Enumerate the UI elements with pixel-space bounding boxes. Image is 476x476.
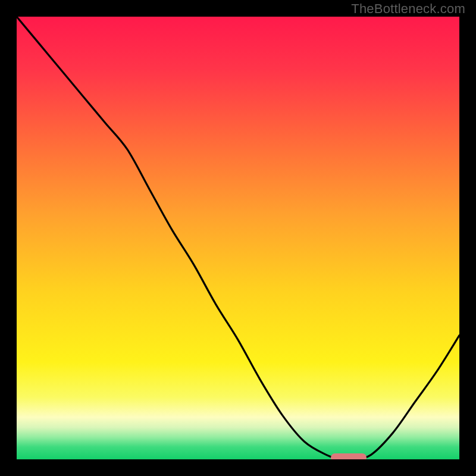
- optimal-marker: [331, 453, 367, 459]
- watermark-text: TheBottleneck.com: [351, 1, 465, 17]
- plot-area: [17, 17, 459, 459]
- bottleneck-curve: [17, 17, 459, 459]
- chart-frame: TheBottleneck.com: [0, 0, 476, 476]
- curve-layer: [17, 17, 459, 459]
